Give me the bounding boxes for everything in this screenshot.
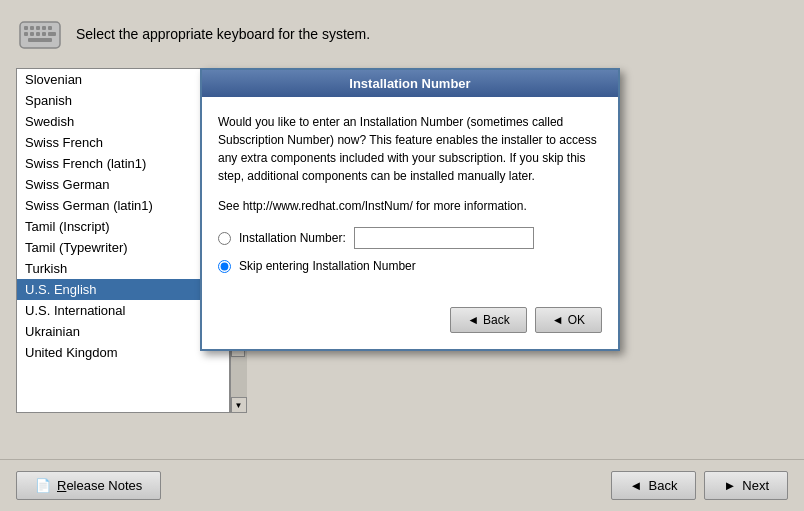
svg-rect-2	[30, 26, 34, 30]
skip-number-radio[interactable]	[218, 260, 231, 273]
release-notes-icon: 📄	[35, 478, 51, 493]
svg-rect-4	[42, 26, 46, 30]
dialog-body: Would you like to enter an Installation …	[202, 97, 618, 299]
dialog-ok-button[interactable]: ◄ OK	[535, 307, 602, 333]
header: Select the appropriate keyboard for the …	[0, 0, 804, 68]
dialog-buttons: ◄ Back ◄ OK	[202, 299, 618, 349]
footer-right: ◄ Back ► Next	[611, 471, 788, 500]
main-content: SlovenianSpanishSwedishSwiss FrenchSwiss…	[0, 68, 804, 413]
skip-number-label: Skip entering Installation Number	[239, 257, 416, 275]
scrollbar-down-button[interactable]: ▼	[231, 397, 247, 413]
svg-rect-9	[42, 32, 46, 36]
keyboard-list-item[interactable]: Turkish	[17, 258, 229, 279]
keyboard-list-item[interactable]: Ukrainian	[17, 321, 229, 342]
keyboard-list-item[interactable]: Tamil (Typewriter)	[17, 237, 229, 258]
dialog-options: Installation Number: Skip entering Insta…	[218, 227, 602, 275]
keyboard-list-item[interactable]: Swiss French	[17, 132, 229, 153]
footer-left: 📄 Release Notes	[16, 471, 161, 500]
keyboard-list-item[interactable]: Spanish	[17, 90, 229, 111]
dialog-ok-label: OK	[568, 313, 585, 327]
svg-rect-10	[48, 32, 56, 36]
release-notes-label: Release Notes	[57, 478, 142, 493]
dialog-back-label: Back	[483, 313, 510, 327]
installation-number-radio[interactable]	[218, 232, 231, 245]
keyboard-list-item[interactable]: Swiss German	[17, 174, 229, 195]
svg-rect-11	[28, 38, 52, 42]
dialog-titlebar: Installation Number	[202, 70, 618, 97]
keyboard-list-item[interactable]: Tamil (Inscript)	[17, 216, 229, 237]
dialog-body-p1: Would you like to enter an Installation …	[218, 113, 602, 185]
keyboard-list[interactable]: SlovenianSpanishSwedishSwiss FrenchSwiss…	[17, 69, 229, 412]
installation-number-input[interactable]	[354, 227, 534, 249]
ok-icon: ◄	[552, 313, 564, 327]
svg-rect-7	[30, 32, 34, 36]
header-text: Select the appropriate keyboard for the …	[76, 26, 370, 42]
keyboard-list-item[interactable]: Slovenian	[17, 69, 229, 90]
installation-number-label: Installation Number:	[239, 229, 346, 247]
keyboard-list-item[interactable]: U.S. International	[17, 300, 229, 321]
option-skip: Skip entering Installation Number	[218, 257, 602, 275]
option-number: Installation Number:	[218, 227, 602, 249]
back-label: Back	[648, 478, 677, 493]
dialog-back-button[interactable]: ◄ Back	[450, 307, 527, 333]
keyboard-list-item[interactable]: Swiss German (latin1)	[17, 195, 229, 216]
dialog-body-p2: See http://www.redhat.com/InstNum/ for m…	[218, 197, 602, 215]
back-icon: ◄	[467, 313, 479, 327]
keyboard-list-item[interactable]: United Kingdom	[17, 342, 229, 363]
svg-rect-1	[24, 26, 28, 30]
svg-rect-3	[36, 26, 40, 30]
svg-rect-5	[48, 26, 52, 30]
next-arrow-icon: ►	[723, 478, 736, 493]
keyboard-icon	[16, 10, 64, 58]
footer: 📄 Release Notes ◄ Back ► Next	[0, 459, 804, 511]
dialog-title: Installation Number	[349, 76, 470, 91]
next-label: Next	[742, 478, 769, 493]
release-notes-button[interactable]: 📄 Release Notes	[16, 471, 161, 500]
keyboard-list-item[interactable]: Swiss French (latin1)	[17, 153, 229, 174]
next-button[interactable]: ► Next	[704, 471, 788, 500]
keyboard-list-item[interactable]: U.S. English	[17, 279, 229, 300]
keyboard-list-container: SlovenianSpanishSwedishSwiss FrenchSwiss…	[16, 68, 230, 413]
keyboard-list-item[interactable]: Swedish	[17, 111, 229, 132]
svg-rect-6	[24, 32, 28, 36]
svg-rect-8	[36, 32, 40, 36]
back-button[interactable]: ◄ Back	[611, 471, 697, 500]
back-arrow-icon: ◄	[630, 478, 643, 493]
installation-number-dialog: Installation Number Would you like to en…	[200, 68, 620, 351]
